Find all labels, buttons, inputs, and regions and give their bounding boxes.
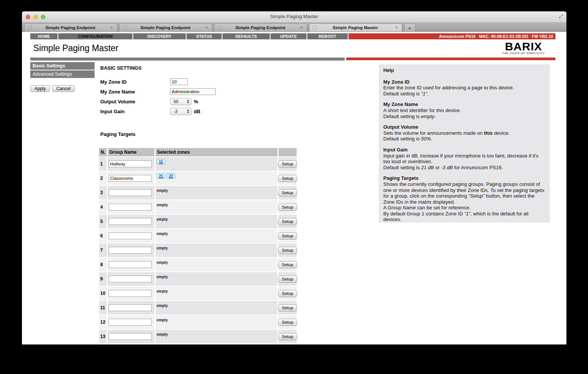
- new-tab-button[interactable]: +: [404, 23, 415, 31]
- group-name-input[interactable]: [109, 290, 152, 297]
- group-name-input[interactable]: [109, 261, 152, 268]
- setup-cell: Setup: [278, 186, 297, 199]
- help-section-heading: Input Gain: [383, 147, 545, 153]
- sidebar-item-advanced-settings[interactable]: Advanced Settings: [30, 70, 95, 78]
- setup-cell: Setup: [278, 229, 297, 243]
- setup-button[interactable]: Setup: [278, 204, 297, 211]
- input-gain-select[interactable]: -3: [170, 108, 191, 115]
- row-number: 9: [99, 272, 107, 286]
- tab-label: Simple Paging Endpoint: [222, 25, 299, 30]
- help-text-line: A Group Name can be set for reference.: [383, 205, 545, 211]
- setup-cell: Setup: [278, 171, 297, 185]
- nav-item-defaults[interactable]: DEFAULTS: [222, 33, 270, 39]
- barix-logo: BARIX THE VOICE OF SIMPLICITY: [502, 42, 545, 55]
- nav-item-home[interactable]: HOME: [30, 33, 58, 39]
- page-title: Simple Paging Master: [33, 43, 118, 53]
- group-name-input[interactable]: [109, 175, 152, 182]
- col-header-n: N.: [99, 148, 107, 156]
- group-name-input[interactable]: [109, 232, 152, 239]
- barix-logo-tagline: THE VOICE OF SIMPLICITY: [502, 51, 545, 55]
- nav-item-discovery[interactable]: DISCOVERY: [133, 33, 186, 39]
- setup-button[interactable]: Setup: [278, 290, 297, 297]
- group-name-cell: [108, 287, 154, 300]
- setup-button[interactable]: Setup: [278, 161, 297, 168]
- tab-close-icon[interactable]: ×: [299, 25, 304, 30]
- group-name-input[interactable]: [109, 333, 152, 340]
- setup-cell: Setup: [278, 301, 297, 315]
- basic-settings-form: My Zone ID My Zone Name Output Volume 50…: [100, 77, 216, 116]
- sidebar-item-basic-settings[interactable]: Basic Settings: [30, 62, 95, 70]
- apply-button[interactable]: Apply: [30, 85, 50, 92]
- selected-zones-cell: empty: [156, 287, 277, 300]
- group-name-input[interactable]: [109, 161, 152, 167]
- group-name-cell: [108, 229, 154, 243]
- setup-cell: Setup: [278, 243, 297, 257]
- setup-button[interactable]: Setup: [278, 333, 297, 340]
- setup-button[interactable]: Setup: [278, 261, 297, 268]
- row-number: 12: [99, 315, 107, 329]
- row-number: 13: [99, 330, 107, 343]
- group-name-input[interactable]: [109, 319, 152, 326]
- window-title: Simple Paging Master: [22, 14, 566, 19]
- browser-tab[interactable]: Simple Paging Endpoint ×: [119, 23, 212, 31]
- setup-button[interactable]: Setup: [278, 247, 297, 254]
- zone-name-label: My Zone Name: [100, 89, 170, 95]
- tab-close-icon[interactable]: ×: [394, 25, 399, 30]
- nav-item-configuration[interactable]: CONFIGURATION: [58, 33, 132, 39]
- browser-tab[interactable]: Simple Paging Endpoint ×: [24, 23, 117, 31]
- tab-close-icon[interactable]: ×: [204, 25, 209, 30]
- empty-zones-label: empty: [157, 332, 168, 337]
- empty-zones-label: empty: [157, 217, 168, 221]
- selected-zones-cell: empty: [156, 301, 277, 315]
- zone-name-row: My Zone Name: [100, 87, 216, 97]
- output-volume-select[interactable]: 50: [170, 98, 191, 105]
- favicon-placeholder-icon: [28, 26, 32, 30]
- group-name-input[interactable]: [109, 276, 152, 282]
- group-name-cell: [108, 200, 154, 214]
- browser-window: Simple Paging Master ⤢ Simple Paging End…: [22, 11, 566, 344]
- cancel-button[interactable]: Cancel: [52, 85, 75, 92]
- zone-chip[interactable]: 22: [166, 173, 175, 179]
- group-name-input[interactable]: [109, 204, 152, 210]
- row-number: 11: [99, 301, 107, 315]
- browser-tab[interactable]: Simple Paging Master ×: [309, 23, 402, 31]
- device-firmware: FW VB2.10: [532, 34, 553, 39]
- group-name-input[interactable]: [109, 304, 152, 311]
- favicon-placeholder-icon: [218, 26, 222, 30]
- output-volume-label: Output Volume: [100, 99, 170, 104]
- setup-cell: Setup: [278, 157, 297, 171]
- group-name-cell: [108, 315, 154, 329]
- red-divider: [346, 58, 555, 60]
- help-text-line: Default setting is 50%.: [383, 136, 545, 142]
- zone-chip[interactable]: 11: [157, 159, 165, 164]
- output-volume-row: Output Volume 50 %: [100, 97, 216, 106]
- paging-targets-table: N. Group Name Selected zones 1 11 Setup …: [99, 148, 297, 343]
- setup-button[interactable]: Setup: [278, 189, 297, 196]
- nav-item-status[interactable]: STATUS: [187, 33, 222, 39]
- paging-targets-heading: Paging Targets: [100, 131, 135, 137]
- group-name-input[interactable]: [109, 189, 152, 196]
- resize-icon[interactable]: ⤢: [559, 13, 563, 20]
- zone-id-input[interactable]: [170, 78, 188, 85]
- setup-cell: Setup: [278, 330, 297, 343]
- setup-button[interactable]: Setup: [278, 319, 297, 326]
- setup-button[interactable]: Setup: [278, 175, 297, 182]
- group-name-input[interactable]: [109, 247, 152, 254]
- stepper-icon: [186, 100, 191, 103]
- setup-button[interactable]: Setup: [278, 232, 297, 240]
- browser-tab[interactable]: Simple Paging Endpoint ×: [214, 23, 307, 31]
- help-text-line: By default Group 1 contains Zone ID "1",…: [383, 211, 545, 223]
- row-number: 10: [99, 287, 107, 300]
- setup-button[interactable]: Setup: [278, 276, 297, 283]
- nav-item-reboot[interactable]: REBOOT: [307, 33, 348, 39]
- tab-close-icon[interactable]: ×: [109, 25, 114, 30]
- setup-button[interactable]: Setup: [278, 218, 297, 225]
- zone-name-input[interactable]: [170, 88, 216, 95]
- window-titlebar[interactable]: Simple Paging Master ⤢: [22, 11, 566, 23]
- group-name-input[interactable]: [109, 218, 152, 225]
- favicon-placeholder-icon: [123, 26, 127, 30]
- nav-item-update[interactable]: UPDATE: [271, 33, 306, 39]
- setup-button[interactable]: Setup: [278, 304, 297, 312]
- zone-chip[interactable]: 21: [157, 173, 165, 179]
- help-title: Help: [383, 67, 545, 73]
